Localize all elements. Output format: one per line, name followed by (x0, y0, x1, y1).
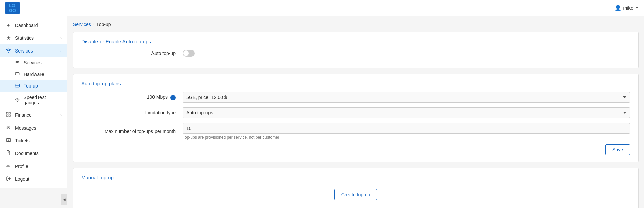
sidebar-item-tickets[interactable]: Tickets (0, 134, 67, 147)
topbar: LOGO 👤 mike ▼ (0, 0, 644, 16)
limitation-type-select[interactable]: Auto top-ups Manual None (183, 107, 630, 118)
user-name: mike (623, 5, 634, 11)
manual-topup-title: Manual top-up (81, 175, 630, 180)
sidebar-sub-label: Services (24, 60, 42, 65)
sidebar-item-label: Messages (15, 125, 36, 131)
plans-100mbps-select[interactable]: 5GB, price: 12.00 $ 10GB, price: 20.00 $… (183, 92, 630, 103)
logout-icon (5, 176, 11, 182)
messages-icon: ✉ (5, 125, 11, 131)
user-menu[interactable]: 👤 mike ▼ (615, 5, 639, 11)
svg-rect-2 (15, 85, 20, 86)
sidebar-item-label: Statistics (15, 35, 34, 41)
max-topups-row: Max number of top-ups per month Top-ups … (81, 123, 630, 140)
svg-rect-0 (15, 73, 19, 75)
sidebar-item-speedtest[interactable]: SpeedTest gauges (0, 92, 67, 108)
breadcrumb-current: Top-up (96, 22, 111, 27)
tickets-icon (5, 138, 11, 143)
sidebar-item-label: Tickets (15, 138, 30, 143)
main-content: Services › Top-up Disable or Enable Auto… (67, 16, 644, 208)
chevron-right-icon: › (60, 36, 62, 40)
svg-rect-6 (9, 115, 10, 116)
svg-rect-5 (6, 115, 8, 116)
plans-100mbps-select-wrap: 5GB, price: 12.00 $ 10GB, price: 20.00 $… (183, 92, 630, 103)
sidebar-item-documents[interactable]: Documents (0, 147, 67, 160)
auto-topup-title: Disable or Enable Auto top-ups (81, 39, 630, 44)
sidebar-item-logout[interactable]: Logout (0, 173, 67, 185)
wifi-icon (5, 48, 11, 54)
sidebar-item-label: Logout (15, 176, 29, 182)
plans-card: Auto top-up plans 100 Mbps i 5GB, price:… (73, 74, 639, 162)
sidebar-sub-label: Hardware (24, 72, 44, 77)
sidebar-item-label: Profile (15, 164, 28, 169)
logo: LOGO (5, 2, 20, 14)
sidebar-collapse-button[interactable]: ◀ (61, 194, 67, 205)
breadcrumb-separator: › (93, 22, 94, 27)
create-topup-wrap: Create top-up (81, 186, 630, 203)
documents-icon (5, 150, 11, 157)
sidebar-sub-label: Top-up (24, 83, 38, 89)
sidebar-item-profile[interactable]: ✏ Profile (0, 160, 67, 173)
chevron-right-icon: › (60, 49, 62, 53)
plans-title: Auto top-up plans (81, 81, 630, 86)
auto-topup-card: Disable or Enable Auto top-ups Auto top-… (73, 32, 639, 68)
help-text: Top-ups are provisioned per service, not… (183, 135, 630, 140)
manual-topup-card: Manual top-up Create top-up (73, 168, 639, 208)
sidebar-item-label: Dashboard (15, 23, 38, 28)
plans-100mbps-row: 100 Mbps i 5GB, price: 12.00 $ 10GB, pri… (81, 92, 630, 103)
chevron-right-icon: › (60, 113, 62, 117)
dashboard-icon: ⊞ (5, 22, 11, 28)
sidebar-item-statistics[interactable]: ★ Statistics › (0, 32, 67, 44)
hardware-icon (14, 71, 20, 77)
svg-rect-3 (6, 112, 8, 114)
info-icon[interactable]: i (170, 95, 176, 100)
sidebar-item-topup[interactable]: Top-up (0, 80, 67, 92)
user-icon: 👤 (615, 5, 621, 11)
layout: ⊞ Dashboard ★ Statistics › Services › Se… (0, 16, 644, 208)
sidebar-item-label: Services (15, 48, 33, 54)
sidebar-wrapper: ⊞ Dashboard ★ Statistics › Services › Se… (0, 16, 67, 208)
sidebar-item-sub-services[interactable]: Services (0, 57, 67, 68)
plans-100mbps-label: 100 Mbps i (81, 94, 183, 100)
profile-icon: ✏ (5, 163, 11, 169)
svg-rect-4 (9, 112, 10, 114)
breadcrumb: Services › Top-up (73, 22, 639, 27)
finance-icon (5, 112, 11, 118)
auto-topup-toggle[interactable] (183, 50, 195, 57)
auto-topup-toggle-wrap (183, 50, 630, 57)
sidebar: ⊞ Dashboard ★ Statistics › Services › Se… (0, 16, 67, 188)
sidebar-item-label: Documents (15, 151, 39, 156)
breadcrumb-parent[interactable]: Services (73, 22, 91, 27)
limitation-type-select-wrap: Auto top-ups Manual None (183, 107, 630, 118)
logo-text: LOGO (9, 3, 16, 13)
chevron-down-icon: ▼ (635, 6, 639, 10)
sidebar-sub-label: SpeedTest gauges (24, 95, 62, 105)
auto-topup-row: Auto top-up (81, 50, 630, 57)
max-topups-input[interactable] (183, 123, 630, 134)
topup-icon (14, 83, 20, 89)
max-topups-label: Max number of top-ups per month (81, 129, 183, 134)
sidebar-item-messages[interactable]: ✉ Messages (0, 122, 67, 134)
save-btn-row: Save (81, 144, 630, 155)
limitation-type-row: Limitation type Auto top-ups Manual None (81, 107, 630, 118)
limitation-type-label: Limitation type (81, 110, 183, 115)
sidebar-item-dashboard[interactable]: ⊞ Dashboard (0, 19, 67, 32)
sidebar-item-services[interactable]: Services › (0, 44, 67, 57)
max-topups-input-wrap: Top-ups are provisioned per service, not… (183, 123, 630, 140)
save-button[interactable]: Save (605, 144, 630, 155)
star-icon: ★ (5, 35, 11, 41)
sidebar-item-finance[interactable]: Finance › (0, 108, 67, 122)
speedtest-icon (14, 97, 20, 103)
wifi-sub-icon (14, 60, 20, 65)
create-topup-button[interactable]: Create top-up (334, 189, 377, 200)
sidebar-item-label: Finance (15, 112, 32, 118)
auto-topup-label: Auto top-up (81, 50, 183, 56)
sidebar-item-hardware[interactable]: Hardware (0, 68, 67, 80)
